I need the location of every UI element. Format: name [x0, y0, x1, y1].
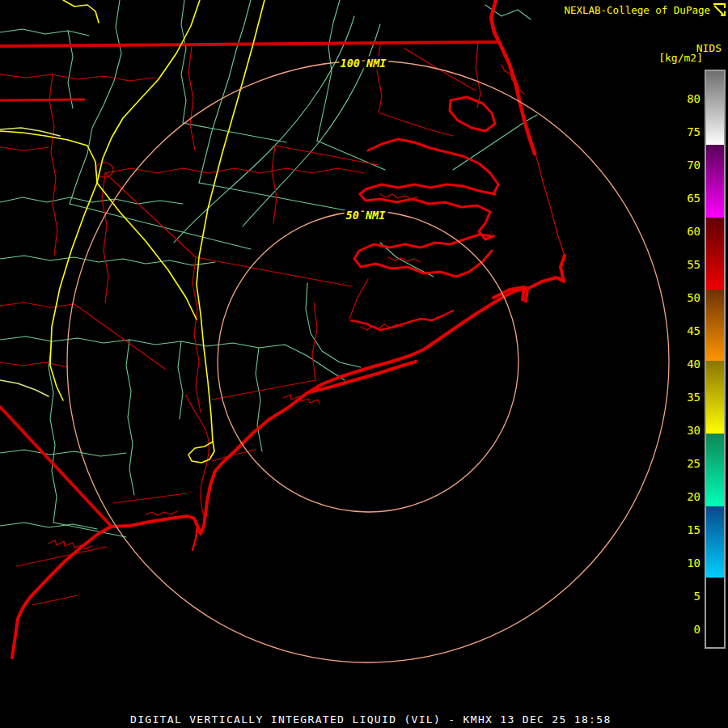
radar-map: 50 NMI100 NMI [0, 0, 728, 728]
radar-display: 50 NMI100 NMI NEXLAB-College of DuPage N… [0, 0, 728, 728]
legend-units: [kg/m2] [658, 52, 703, 64]
highways-layer [0, 0, 265, 463]
legend-colorbar [705, 70, 726, 649]
range-rings-layer: 50 NMI100 NMI [67, 57, 669, 662]
roads-layer [0, 42, 565, 605]
legend-tick-label: 35 [665, 391, 700, 404]
coastline-layer [12, 0, 565, 658]
legend-tick-label: 55 [665, 258, 700, 271]
legend-tick-label: 45 [665, 324, 700, 337]
legend-segment-red [706, 218, 724, 290]
legend-tick-label: 65 [665, 192, 700, 205]
legend-tick-label: 20 [665, 490, 700, 503]
legend-segment-yellow [706, 361, 724, 434]
range-ring-label: 50 NMI [346, 209, 386, 222]
legend-tick-label: 15 [665, 523, 700, 536]
brand-title: NEXLAB-College of DuPage [564, 4, 710, 16]
legend-segment-orange [706, 290, 724, 362]
legend-tick-label: 60 [665, 225, 700, 238]
legend-tick-label: 30 [665, 424, 700, 437]
range-ring-label: 100 NMI [341, 57, 387, 70]
nexlab-logo-icon [713, 2, 726, 17]
legend-tick-label: 40 [665, 358, 700, 370]
product-title: DIGITAL VERTICALLY INTEGRATED LIQUID (VI… [130, 713, 612, 726]
legend-segment-magenta [706, 145, 724, 218]
legend-segment-gray [706, 71, 724, 145]
legend-tick-label: 10 [665, 557, 700, 569]
legend-segment-green [706, 434, 724, 506]
legend-tick-label: 70 [665, 159, 700, 171]
county-lines-layer [0, 0, 537, 537]
legend-tick-label: 5 [665, 590, 700, 603]
legend-segment-black [706, 578, 724, 645]
legend-segment-blue [706, 506, 724, 578]
legend-tick-label: 50 [665, 291, 700, 304]
legend-tick-label: 25 [665, 457, 700, 470]
legend-tick-label: 0 [665, 623, 700, 636]
legend-tick-label: 75 [665, 125, 700, 138]
legend-tick-label: 80 [665, 92, 700, 105]
range-ring-50nmi [218, 211, 518, 512]
